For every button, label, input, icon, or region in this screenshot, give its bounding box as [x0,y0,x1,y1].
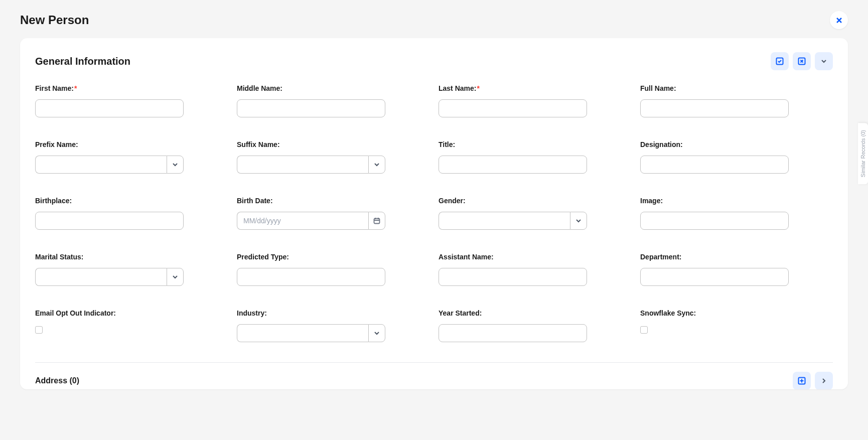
calendar-icon [373,217,381,225]
title-group: Title: [439,140,631,174]
marital-status-group: Marital Status: [35,253,228,286]
full-name-input[interactable] [640,99,789,117]
assistant-name-group: Assistant Name: [439,253,631,286]
assistant-name-input[interactable] [439,268,587,286]
industry-input[interactable] [237,324,368,342]
plus-square-icon [797,376,806,385]
full-name-group: Full Name: [640,84,833,117]
similar-records-tab[interactable]: Similar Records (0) [858,123,868,184]
chevron-down-icon [172,274,178,280]
marital-status-combo [35,268,184,286]
suffix-name-input[interactable] [237,156,368,174]
prefix-name-group: Prefix Name: [35,140,228,174]
main-card: General Information [20,38,848,389]
last-name-group: Last Name:* [439,84,631,117]
gender-group: Gender: [439,197,631,230]
marital-status-input[interactable] [35,268,167,286]
birth-date-input[interactable] [237,212,368,230]
image-input[interactable] [640,212,789,230]
chevron-down-icon [820,58,827,65]
snowflake-sync-checkbox[interactable] [640,326,648,334]
close-button[interactable] [830,11,848,29]
chevron-down-icon [374,330,380,336]
industry-combo [237,324,385,342]
predicted-type-group: Predicted Type: [237,253,429,286]
marital-status-label: Marital Status: [35,253,228,261]
chevron-down-icon [172,162,178,168]
birth-date-label: Birth Date: [237,197,429,205]
expand-address-button[interactable] [815,372,833,389]
prefix-name-input[interactable] [35,156,167,174]
birth-date-picker-button[interactable] [368,212,385,230]
first-name-label: First Name:* [35,84,228,92]
designation-input[interactable] [640,156,789,174]
last-name-input[interactable] [439,99,587,117]
check-square-icon [775,57,784,66]
section-header: General Information [20,52,848,70]
gender-combo [439,212,587,230]
gender-dropdown-button[interactable] [570,212,587,230]
first-name-input[interactable] [35,99,184,117]
middle-name-label: Middle Name: [237,84,429,92]
birth-date-group: Birth Date: [237,197,429,230]
chevron-down-icon [374,162,380,168]
email-opt-out-checkbox[interactable] [35,326,43,334]
marital-status-dropdown-button[interactable] [167,268,184,286]
prefix-name-label: Prefix Name: [35,140,228,149]
prefix-name-dropdown-button[interactable] [167,156,184,174]
address-actions [793,372,833,389]
suffix-name-dropdown-button[interactable] [368,156,385,174]
industry-label: Industry: [237,309,429,317]
suffix-name-combo [237,156,385,174]
title-input[interactable] [439,156,587,174]
snowflake-sync-label: Snowflake Sync: [640,309,833,317]
year-started-input[interactable] [439,324,587,342]
email-opt-out-label: Email Opt Out Indicator: [35,309,228,317]
gender-label: Gender: [439,197,631,205]
add-address-button[interactable] [793,372,811,389]
predicted-type-label: Predicted Type: [237,253,429,261]
first-name-group: First Name:* [35,84,228,117]
page-header: New Person [0,0,868,38]
section-actions [771,52,833,70]
middle-name-group: Middle Name: [237,84,429,117]
suffix-name-label: Suffix Name: [237,140,429,149]
full-name-label: Full Name: [640,84,833,92]
suffix-name-group: Suffix Name: [237,140,429,174]
last-name-label: Last Name:* [439,84,631,92]
birthplace-input[interactable] [35,212,184,230]
address-section: Address (0) [20,363,848,389]
close-icon [835,17,843,24]
chevron-down-icon [575,218,582,224]
chevron-right-icon [820,377,827,384]
birth-date-wrapper [237,212,385,230]
predicted-type-input[interactable] [237,268,385,286]
image-group: Image: [640,197,833,230]
year-started-group: Year Started: [439,309,631,342]
designation-group: Designation: [640,140,833,174]
department-group: Department: [640,253,833,286]
prefix-name-combo [35,156,184,174]
image-label: Image: [640,197,833,205]
page-title: New Person [20,13,89,27]
address-section-title: Address (0) [35,376,79,385]
department-input[interactable] [640,268,789,286]
industry-group: Industry: [237,309,429,342]
gender-input[interactable] [439,212,570,230]
birthplace-group: Birthplace: [35,197,228,230]
x-square-icon [797,57,806,66]
snowflake-sync-group: Snowflake Sync: [640,309,833,342]
department-label: Department: [640,253,833,261]
cancel-button[interactable] [793,52,811,70]
year-started-label: Year Started: [439,309,631,317]
title-label: Title: [439,140,631,149]
email-opt-out-group: Email Opt Out Indicator: [35,309,228,342]
form-grid: First Name:* Middle Name: Last Name:* Fu… [20,79,848,362]
expand-button[interactable] [815,52,833,70]
designation-label: Designation: [640,140,833,149]
section-title: General Information [35,56,130,67]
middle-name-input[interactable] [237,99,385,117]
save-button[interactable] [771,52,789,70]
assistant-name-label: Assistant Name: [439,253,631,261]
industry-dropdown-button[interactable] [368,324,385,342]
